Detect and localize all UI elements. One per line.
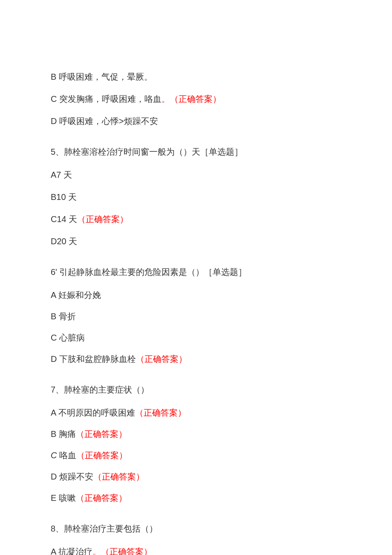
option-text: D 烦躁不安 (51, 472, 93, 481)
option-prefix: C (51, 451, 57, 460)
option-text: B 呼吸困难，气促，晕厥。 (51, 72, 153, 81)
q7-option-b: B 胸痛（正确答案） (51, 428, 341, 440)
correct-answer-marker: （正确答案） (93, 472, 144, 481)
option-text: A 抗凝治疗 (51, 547, 92, 555)
q8-option-a: A 抗凝治疗。（正确答案） (51, 545, 341, 555)
correct-answer-marker: 。（正确答案） (92, 547, 152, 555)
option-text: B10 天 (51, 192, 77, 202)
option-text: D 下肢和盆腔静脉血栓 (51, 354, 136, 364)
option-text: D20 天 (51, 237, 77, 246)
question-text: 8、肺栓塞治疗主要包括（） (51, 524, 158, 533)
option-text: A 妊娠和分娩 (51, 290, 101, 300)
option-text: 咯血 (59, 451, 76, 460)
option-text: C 心脏病 (51, 333, 85, 342)
q4-option-c: C 突发胸痛，呼吸困难，咯血。（正确答案） (51, 92, 341, 105)
q4-option-b: B 呼吸困难，气促，晕厥。 (51, 70, 341, 83)
q6-option-a: A 妊娠和分娩 (51, 289, 341, 301)
q5-option-c: C14 天（正确答案） (51, 213, 341, 225)
option-text: D 呼吸困难，心悸>烦躁不安 (51, 116, 158, 126)
option-text: B 骨折 (51, 312, 76, 321)
q7-option-e: E 咳嗽（正确答案） (51, 491, 341, 504)
question-text: 7、肺栓塞的主要症状（） (51, 385, 149, 394)
option-text: C14 天 (51, 214, 77, 224)
option-text: A7 天 (51, 170, 72, 179)
option-text: E 咳嗽 (51, 493, 76, 503)
question-text: 6' 引起静脉血栓最主要的危险因素是（）［单选题］ (51, 267, 247, 277)
q8-title: 8、肺栓塞治疗主要包括（） (51, 522, 341, 535)
q4-option-d: D 呼吸困难，心悸>烦躁不安 (51, 115, 341, 127)
q7-option-d: D 烦躁不安（正确答案） (51, 470, 341, 483)
q7-option-c: C 咯血（正确答案） (51, 449, 341, 462)
q6-title: 6' 引起静脉血栓最主要的危险因素是（）［单选题］ (51, 266, 341, 278)
correct-answer-marker: （正确答案） (76, 493, 127, 503)
correct-answer-marker: 。（正确答案） (161, 94, 221, 104)
q6-option-b: B 骨折 (51, 310, 341, 323)
correct-answer-marker: （正确答案） (136, 354, 187, 364)
q6-option-c: C 心脏病 (51, 331, 341, 344)
q7-title: 7、肺栓塞的主要症状（） (51, 383, 341, 396)
question-text: 5、肺栓塞溶栓治疗时间窗一般为（）天［单选题］ (51, 147, 243, 156)
option-text: B 胸痛 (51, 429, 76, 439)
q5-title: 5、肺栓塞溶栓治疗时间窗一般为（）天［单选题］ (51, 145, 341, 158)
correct-answer-marker: （正确答案） (76, 451, 127, 460)
q5-option-b: B10 天 (51, 191, 341, 203)
q5-option-d: D20 天 (51, 235, 341, 248)
correct-answer-marker: （正确答案） (135, 408, 186, 417)
option-text: C 突发胸痛，呼吸困难，咯血 (51, 94, 161, 104)
correct-answer-marker: （正确答案） (77, 214, 128, 224)
q7-option-a: A 不明原因的呼吸困难（正确答案） (51, 406, 341, 419)
q6-option-d: D 下肢和盆腔静脉血栓（正确答案） (51, 353, 341, 365)
option-text: A 不明原因的呼吸困难 (51, 408, 135, 417)
correct-answer-marker: （正确答案） (76, 429, 127, 439)
q5-option-a: A7 天 (51, 168, 341, 181)
